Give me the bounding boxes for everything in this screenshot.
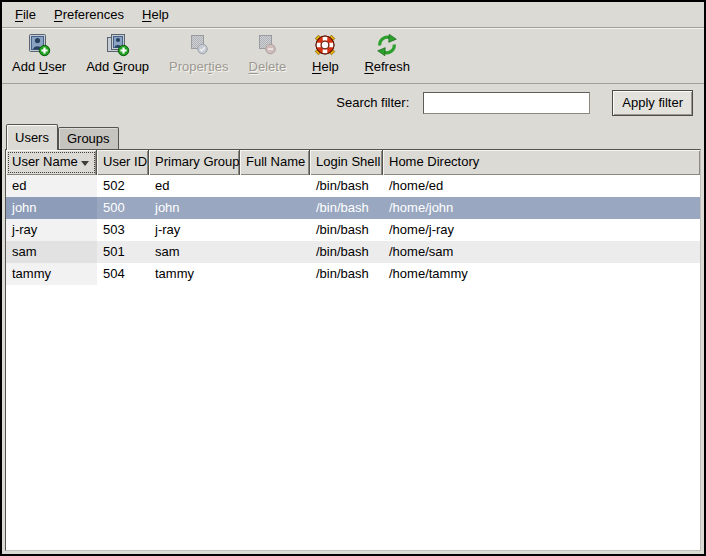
filter-bar: Search filter: Apply filter — [2, 84, 704, 121]
table-cell: /bin/bash — [310, 197, 383, 219]
delete-label: Delete — [249, 59, 287, 74]
properties-button: Properties — [165, 32, 232, 75]
table-cell: 502 — [97, 175, 149, 197]
help-button[interactable]: Help — [302, 32, 348, 75]
table-body: ed502ed/bin/bash/home/edjohn500john/bin/… — [6, 175, 700, 550]
table-row[interactable]: john500john/bin/bash/home/john — [6, 197, 700, 219]
tab-users[interactable]: Users — [6, 124, 58, 150]
delete-icon — [255, 33, 279, 57]
table-row[interactable]: j-ray503j-ray/bin/bash/home/j-ray — [6, 219, 700, 241]
tab-groups[interactable]: Groups — [58, 127, 119, 149]
table-cell: /bin/bash — [310, 219, 383, 241]
table-cell: /bin/bash — [310, 175, 383, 197]
mnemonic-underline: P — [54, 7, 63, 22]
add-user-label: Add User — [12, 59, 66, 74]
table-row[interactable]: ed502ed/bin/bash/home/ed — [6, 175, 700, 197]
table-cell — [240, 175, 310, 197]
mnemonic-underline: F — [15, 7, 23, 22]
table-cell: /home/ed — [383, 175, 700, 197]
table-cell: sam — [6, 241, 97, 263]
add-user-button[interactable]: Add User — [8, 32, 70, 75]
table-row[interactable]: tammy504tammy/bin/bash/home/tammy — [6, 263, 700, 285]
delete-button: Delete — [244, 32, 290, 75]
properties-label: Properties — [169, 59, 228, 74]
table-cell: tammy — [6, 263, 97, 285]
table-cell: /home/tammy — [383, 263, 700, 285]
column-header-primary-group[interactable]: Primary Group — [149, 150, 240, 175]
apply-filter-button[interactable]: Apply filter — [612, 90, 693, 116]
table-cell — [240, 197, 310, 219]
add-group-icon — [106, 33, 130, 57]
table-cell: j-ray — [6, 219, 97, 241]
table-cell: 500 — [97, 197, 149, 219]
column-header-login-shell[interactable]: Login Shell — [310, 150, 383, 175]
table-cell: /home/j-ray — [383, 219, 700, 241]
table-cell — [240, 263, 310, 285]
table-cell: 501 — [97, 241, 149, 263]
menu-bar: File Preferences Help — [2, 2, 704, 28]
tab-strip: Users Groups — [2, 121, 704, 149]
table-cell: tammy — [149, 263, 240, 285]
table-cell: /bin/bash — [310, 241, 383, 263]
table-cell — [240, 241, 310, 263]
table-cell: 503 — [97, 219, 149, 241]
search-filter-input[interactable] — [423, 92, 590, 114]
add-group-button[interactable]: Add Group — [82, 32, 153, 75]
menu-preferences[interactable]: Preferences — [45, 3, 133, 27]
toolbar: Add User Add Group — [2, 28, 704, 84]
table-cell: 504 — [97, 263, 149, 285]
column-header-home-directory[interactable]: Home Directory — [383, 150, 700, 175]
table-cell: /home/john — [383, 197, 700, 219]
table-cell: sam — [149, 241, 240, 263]
table-cell: /home/sam — [383, 241, 700, 263]
column-header-user-name[interactable]: User Name — [6, 150, 97, 175]
table-row[interactable]: sam501sam/bin/bash/home/sam — [6, 241, 700, 263]
table-cell — [240, 219, 310, 241]
table-header: User Name User ID Primary Group Full Nam… — [6, 150, 700, 175]
table-cell: /bin/bash — [310, 263, 383, 285]
add-user-icon — [27, 33, 51, 57]
help-label: Help — [312, 59, 339, 74]
table-cell: j-ray — [149, 219, 240, 241]
label-part: elp — [151, 7, 168, 22]
menu-file[interactable]: File — [6, 3, 45, 27]
refresh-label: Refresh — [364, 59, 410, 74]
table-cell: ed — [6, 175, 97, 197]
sort-arrow-icon — [81, 161, 89, 166]
table-cell: john — [6, 197, 97, 219]
column-header-user-id[interactable]: User ID — [97, 150, 149, 175]
users-table: User Name User ID Primary Group Full Nam… — [5, 149, 701, 551]
help-icon — [313, 33, 337, 57]
search-filter-label: Search filter: — [336, 95, 409, 110]
menu-help[interactable]: Help — [133, 3, 178, 27]
table-cell: john — [149, 197, 240, 219]
properties-icon — [187, 33, 211, 57]
refresh-icon — [375, 33, 399, 57]
label-part: references — [63, 7, 124, 22]
add-group-label: Add Group — [86, 59, 149, 74]
table-cell: ed — [149, 175, 240, 197]
label-part: ile — [23, 7, 36, 22]
refresh-button[interactable]: Refresh — [360, 32, 414, 75]
user-manager-window: File Preferences Help Add User — [0, 0, 706, 556]
column-header-full-name[interactable]: Full Name — [240, 150, 310, 175]
